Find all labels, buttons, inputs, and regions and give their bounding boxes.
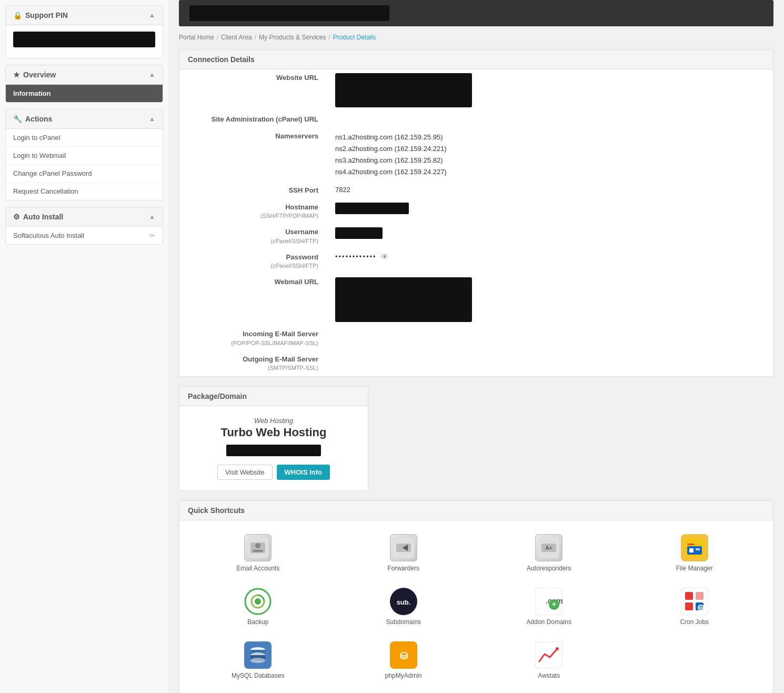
- hostname-label: Hostname (SSH/FTP/POP/IMAP): [179, 199, 327, 224]
- svg-rect-38: [535, 641, 562, 669]
- svg-text:A+: A+: [546, 545, 552, 551]
- connection-details-header: Connection Details: [179, 50, 773, 69]
- webmail-url-label: Webmail URL: [179, 274, 327, 326]
- softaculous-label: Softaculous Auto Install: [13, 232, 84, 239]
- overview-section: ★ Overview ▲ Information: [5, 65, 163, 103]
- svg-rect-26: [696, 592, 703, 600]
- lock-symbol: 🔒: [13, 11, 22, 19]
- breadcrumb-sep-1: /: [217, 34, 218, 41]
- package-name: Turbo Web Hosting: [190, 426, 357, 439]
- shortcut-email-accounts[interactable]: Email Accounts: [188, 529, 328, 577]
- backup-label: Backup: [247, 618, 268, 626]
- website-url-blacked: [335, 73, 472, 107]
- svg-rect-11: [687, 544, 695, 545]
- page-title-blacked: [189, 5, 389, 21]
- outgoing-email-value: [327, 351, 773, 376]
- awstats-label: Awstats: [538, 672, 560, 679]
- shortcut-forwarders[interactable]: Forwarders: [334, 529, 474, 577]
- svg-text:⏱: ⏱: [698, 605, 703, 611]
- auto-install-label: Auto Install: [23, 213, 63, 221]
- sidebar-item-request-cancel[interactable]: Request Cancellation: [6, 183, 163, 200]
- sidebar-item-login-webmail[interactable]: Login to Webmail: [6, 147, 163, 165]
- breadcrumb-my-products[interactable]: My Products & Services: [259, 34, 326, 41]
- incoming-email-value: [327, 326, 773, 351]
- svg-point-35: [250, 658, 265, 663]
- username-value: [327, 224, 773, 249]
- svg-point-2: [255, 543, 260, 548]
- shortcut-file-manager[interactable]: File Manager: [625, 529, 765, 577]
- svg-text:sub.: sub.: [396, 598, 410, 606]
- nameservers-label: Nameservers: [179, 128, 327, 182]
- hostname-value: [327, 199, 773, 224]
- star-icon-label: ★ Overview: [13, 71, 56, 79]
- whois-info-button[interactable]: WHOIS Info: [277, 465, 330, 480]
- support-pin-section: 🔒 Support PIN ▲: [5, 5, 163, 58]
- gear-icon-label: ⚙ Auto Install: [13, 213, 63, 221]
- webmail-row: Webmail URL: [179, 274, 773, 326]
- outgoing-email-label: Outgoing E-Mail Server (SMTP/SMTP-SSL): [179, 351, 327, 376]
- ssh-port-label: SSH Port: [179, 182, 327, 199]
- shortcut-phpmyadmin[interactable]: ⛁ phpMyAdmin: [334, 636, 474, 685]
- chevron-up-icon-overview[interactable]: ▲: [149, 71, 155, 78]
- shortcut-autoresponders[interactable]: A+ Autoresponders: [479, 529, 619, 577]
- sidebar-item-softaculous[interactable]: Softaculous Auto Install ✏: [6, 227, 163, 244]
- hostname-row: Hostname (SSH/FTP/POP/IMAP): [179, 199, 773, 224]
- package-domain-blacked: [226, 445, 321, 456]
- addon-domains-label: Addon Domains: [527, 618, 571, 626]
- connection-details-table: Website URL Site Administration (cPanel)…: [179, 69, 773, 376]
- shortcut-cron-jobs[interactable]: ⏱ Cron Jobs: [625, 582, 765, 631]
- shortcut-subdomains[interactable]: sub. Subdomains: [334, 582, 474, 631]
- star-icon: ★: [13, 71, 20, 79]
- lock-icon: 🔒 Support PIN: [13, 11, 68, 19]
- addon-domains-icon: .com +: [535, 588, 562, 615]
- sidebar-item-change-password[interactable]: Change cPanel Password: [6, 165, 163, 183]
- breadcrumb-sep-2: /: [255, 34, 256, 41]
- sidebar: 🔒 Support PIN ▲ ★ Overview ▲ Information…: [0, 0, 168, 693]
- shortcut-addon-domains[interactable]: .com + Addon Domains: [479, 582, 619, 631]
- phpmyadmin-label: phpMyAdmin: [385, 672, 422, 679]
- breadcrumb-sep-3: /: [328, 34, 330, 41]
- package-content: Web Hosting Turbo Web Hosting Visit Webs…: [179, 406, 368, 490]
- cron-jobs-icon: ⏱: [681, 588, 708, 615]
- breadcrumb-client-area[interactable]: Client Area: [221, 34, 252, 41]
- password-row: Password (cPanel/SSH/FTP) •••••••••••• 👁: [179, 249, 773, 274]
- mysql-databases-icon: [244, 641, 272, 669]
- hostname-blacked: [335, 203, 409, 214]
- visit-website-button[interactable]: Visit Website: [217, 465, 273, 480]
- chevron-up-icon-actions[interactable]: ▲: [149, 115, 155, 123]
- sidebar-item-information[interactable]: Information: [6, 85, 163, 102]
- edit-icon[interactable]: ✏: [149, 232, 155, 239]
- breadcrumb-product-details[interactable]: Product Details: [333, 34, 376, 41]
- actions-header: 🔧 Actions ▲: [6, 109, 163, 129]
- chevron-up-icon-auto[interactable]: ▲: [149, 213, 155, 220]
- auto-install-section: ⚙ Auto Install ▲ Softaculous Auto Instal…: [5, 207, 163, 245]
- file-manager-label: File Manager: [676, 565, 713, 572]
- phpmyadmin-icon: ⛁: [390, 641, 417, 669]
- autoresponders-label: Autoresponders: [527, 565, 571, 572]
- webmail-url-value: [327, 274, 773, 326]
- support-pin-header: 🔒 Support PIN ▲: [6, 6, 163, 25]
- shortcut-mysql-databases[interactable]: MySQL Databases: [188, 636, 328, 685]
- sidebar-item-login-cpanel[interactable]: Login to cPanel: [6, 129, 163, 147]
- overview-header: ★ Overview ▲: [6, 65, 163, 85]
- shortcut-awstats[interactable]: Awstats: [479, 636, 619, 685]
- username-blacked: [335, 227, 383, 239]
- shortcut-backup[interactable]: Backup: [188, 582, 328, 631]
- package-type: Web Hosting: [190, 417, 357, 425]
- chevron-up-icon[interactable]: ▲: [149, 12, 155, 19]
- breadcrumb-portal-home[interactable]: Portal Home: [179, 34, 214, 41]
- package-domain-card: Package/Domain Web Hosting Turbo Web Hos…: [179, 386, 368, 491]
- username-label: Username (cPanel/SSH/FTP): [179, 224, 327, 249]
- svg-rect-14: [696, 548, 700, 550]
- forwarders-icon: [390, 534, 417, 561]
- quick-shortcuts-card: Quick Shortcuts Email Accounts: [179, 500, 773, 693]
- site-admin-label: Site Administration (cPanel) URL: [179, 111, 327, 128]
- subdomains-icon: sub.: [390, 588, 417, 615]
- eye-icon[interactable]: 👁: [381, 253, 388, 261]
- shortcuts-grid: Email Accounts Forwarders: [179, 520, 773, 693]
- mysql-databases-label: MySQL Databases: [232, 672, 284, 679]
- site-admin-row: Site Administration (cPanel) URL: [179, 111, 773, 128]
- file-manager-icon: [681, 534, 708, 561]
- subdomains-label: Subdomains: [386, 618, 421, 626]
- email-accounts-icon: [244, 534, 272, 561]
